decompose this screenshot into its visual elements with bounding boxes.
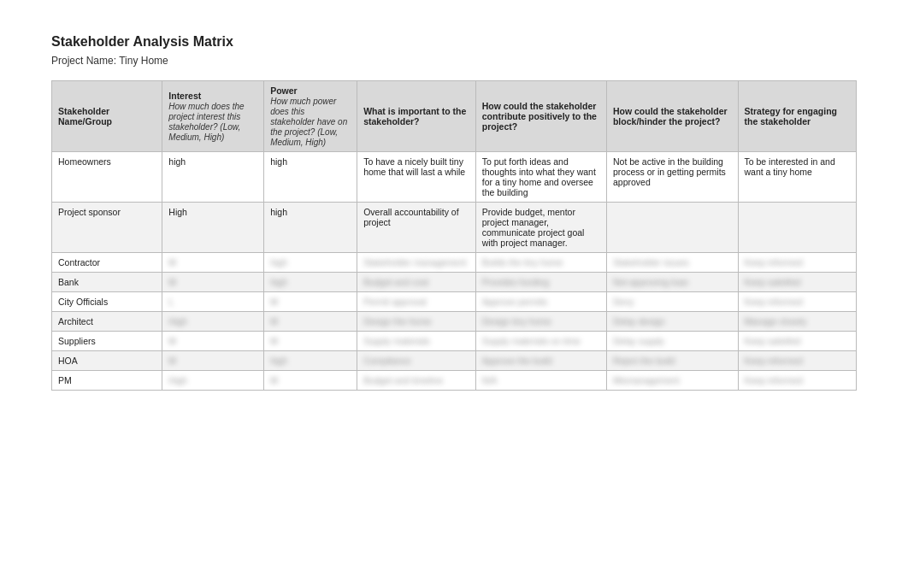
cell-hinder: Reject the build <box>606 351 738 371</box>
cell-strategy: Keep satisfied <box>738 273 857 292</box>
th-positive: How could the stakeholder contribute pos… <box>475 81 606 152</box>
cell-positive: Supply materials on time <box>475 332 606 351</box>
cell-power: M <box>264 332 357 351</box>
cell-important: Stakeholder management <box>357 253 476 273</box>
table-row: SuppliersMMSupply materialsSupply materi… <box>52 332 857 351</box>
cell-important: Supply materials <box>357 332 476 351</box>
cell-stakeholder: Contractor <box>52 253 162 273</box>
table-row: Project sponsorHighhighOverall accountab… <box>52 203 857 253</box>
table-row: HomeownershighhighTo have a nicely built… <box>52 152 857 203</box>
table-row: HOAMhighComplianceApprove the buildRejec… <box>52 351 857 371</box>
project-name: Project Name: Tiny Home <box>51 55 857 67</box>
cell-interest: High <box>162 312 264 332</box>
cell-important: Budget and cost <box>357 273 476 292</box>
th-stakeholder: Stakeholder Name/Group <box>52 81 162 152</box>
cell-strategy: Keep informed <box>738 371 857 391</box>
table-row: ContractorMhighStakeholder managementBui… <box>52 253 857 273</box>
cell-power: high <box>264 351 357 371</box>
project-value: Tiny Home <box>119 55 168 67</box>
cell-important: Budget and timeline <box>357 371 476 391</box>
cell-strategy: Manage closely <box>738 312 857 332</box>
cell-hinder: Deny <box>606 292 738 312</box>
cell-important: Compliance <box>357 351 476 371</box>
cell-strategy: To be interested in and want a tiny home <box>738 152 857 203</box>
cell-hinder: Delay design <box>606 312 738 332</box>
cell-interest: High <box>162 371 264 391</box>
cell-strategy: Keep informed <box>738 253 857 273</box>
cell-positive: N/A <box>475 371 606 391</box>
table-body: HomeownershighhighTo have a nicely built… <box>52 152 857 391</box>
th-important: What is important to the stakeholder? <box>357 81 476 152</box>
cell-stakeholder: Project sponsor <box>52 203 162 253</box>
cell-positive: Design tiny home <box>475 312 606 332</box>
table-row: ArchitectHighMDesign the homeDesign tiny… <box>52 312 857 332</box>
cell-important: Overall accountability of project <box>357 203 476 253</box>
cell-interest: M <box>162 273 264 292</box>
th-power: Power How much power does this stakehold… <box>264 81 357 152</box>
cell-positive: Builds the tiny home <box>475 253 606 273</box>
cell-hinder: Stakeholder issues <box>606 253 738 273</box>
cell-power: high <box>264 152 357 203</box>
cell-power: high <box>264 253 357 273</box>
cell-important: To have a nicely built tiny home that wi… <box>357 152 476 203</box>
cell-strategy: Keep satisfied <box>738 332 857 351</box>
cell-positive: Approve permits <box>475 292 606 312</box>
page: Stakeholder Analysis Matrix Project Name… <box>0 0 908 588</box>
table-row: PMHighMBudget and timelineN/AMismanageme… <box>52 371 857 391</box>
cell-hinder: Not be active in the building process or… <box>606 152 738 203</box>
cell-important: Design the home <box>357 312 476 332</box>
cell-interest: L <box>162 292 264 312</box>
cell-positive: Provides funding <box>475 273 606 292</box>
table-header-row: Stakeholder Name/Group Interest How much… <box>52 81 857 152</box>
cell-stakeholder: City Officials <box>52 292 162 312</box>
cell-interest: high <box>162 152 264 203</box>
cell-power: M <box>264 371 357 391</box>
table-row: BankMhighBudget and costProvides funding… <box>52 273 857 292</box>
cell-stakeholder: HOA <box>52 351 162 371</box>
cell-power: high <box>264 273 357 292</box>
stakeholder-matrix-table: Stakeholder Name/Group Interest How much… <box>51 80 857 391</box>
cell-hinder: Delay supply <box>606 332 738 351</box>
cell-interest: M <box>162 332 264 351</box>
cell-stakeholder: Suppliers <box>52 332 162 351</box>
cell-power: M <box>264 312 357 332</box>
cell-hinder: Mismanagement <box>606 371 738 391</box>
cell-stakeholder: Homeowners <box>52 152 162 203</box>
cell-strategy: Keep informed <box>738 351 857 371</box>
cell-positive: To put forth ideas and thoughts into wha… <box>475 152 606 203</box>
cell-strategy: Keep informed <box>738 292 857 312</box>
page-title: Stakeholder Analysis Matrix <box>51 34 857 50</box>
cell-positive: Approve the build <box>475 351 606 371</box>
cell-hinder <box>606 203 738 253</box>
project-label: Project Name: <box>51 55 119 67</box>
cell-power: high <box>264 203 357 253</box>
cell-hinder: Not approving loan <box>606 273 738 292</box>
cell-interest: High <box>162 203 264 253</box>
cell-interest: M <box>162 351 264 371</box>
cell-strategy <box>738 203 857 253</box>
cell-power: M <box>264 292 357 312</box>
th-strategy: Strategy for engaging the stakeholder <box>738 81 857 152</box>
cell-positive: Provide budget, mentor project manager, … <box>475 203 606 253</box>
cell-stakeholder: PM <box>52 371 162 391</box>
th-hinder: How could the stakeholder block/hinder t… <box>606 81 738 152</box>
th-interest: Interest How much does the project inter… <box>162 81 264 152</box>
cell-interest: M <box>162 253 264 273</box>
table-row: City OfficialsLMPermit approvalApprove p… <box>52 292 857 312</box>
cell-stakeholder: Bank <box>52 273 162 292</box>
cell-important: Permit approval <box>357 292 476 312</box>
cell-stakeholder: Architect <box>52 312 162 332</box>
